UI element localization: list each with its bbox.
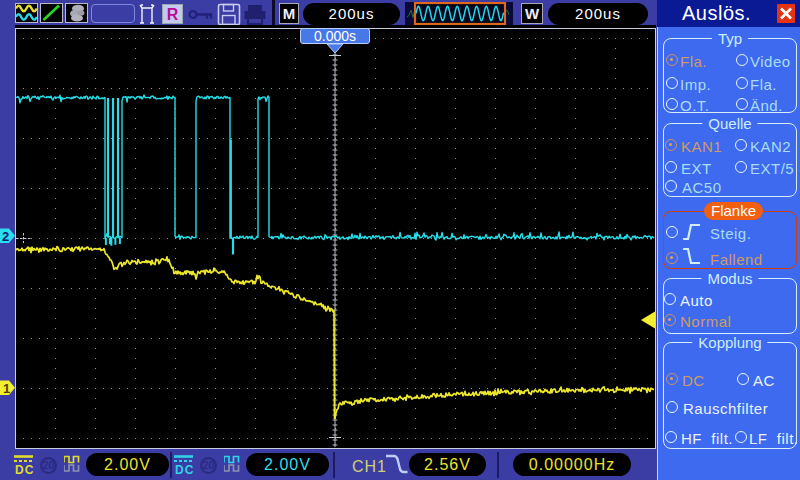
svg-text:1: 1	[3, 381, 10, 396]
svg-text:2: 2	[2, 229, 9, 244]
svg-text:DC: DC	[15, 463, 34, 476]
svg-text:DC: DC	[175, 463, 194, 476]
